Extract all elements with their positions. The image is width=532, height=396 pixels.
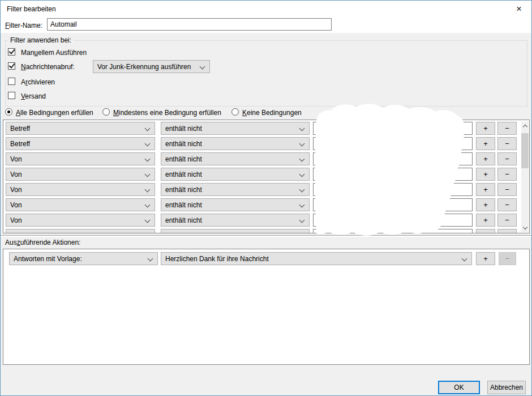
chevron-down-icon: [299, 218, 305, 223]
remove-condition-button[interactable]: −: [497, 168, 517, 181]
condition-attribute-select[interactable]: Von: [6, 198, 155, 211]
chevron-down-icon: [148, 256, 153, 262]
chevron-down-icon: [145, 187, 151, 193]
conditions-rows: Betreff enthält nicht + − Betreff enthäl…: [3, 121, 529, 233]
chevron-down-icon: [299, 187, 305, 193]
add-condition-button[interactable]: +: [476, 198, 495, 211]
remove-condition-button[interactable]: −: [497, 122, 517, 135]
condition-operator-select[interactable]: enthält nicht: [161, 137, 310, 150]
condition-operator-select[interactable]: enthält nicht: [161, 198, 310, 211]
condition-attribute-select[interactable]: Von: [6, 152, 155, 165]
condition-value-input[interactable]: [313, 214, 473, 227]
filter-condition-row: Von enthält nicht + −: [3, 214, 529, 229]
conditions-scrollbar[interactable]: [521, 122, 529, 232]
condition-operator-select[interactable]: [161, 229, 310, 233]
radio-match-any[interactable]: [102, 108, 110, 116]
condition-value-input[interactable]: [313, 183, 473, 196]
checkbox-archiving[interactable]: [8, 78, 15, 85]
chevron-down-icon: [299, 202, 305, 208]
scrollbar-thumb[interactable]: [521, 133, 529, 168]
condition-value-input[interactable]: [313, 198, 473, 211]
condition-attribute-select[interactable]: [6, 229, 155, 233]
chevron-down-icon: [200, 64, 205, 70]
checkbox-manual-run-label: Manuellem Ausführen: [21, 49, 87, 57]
filter-name-label: Filter-Name:: [5, 22, 42, 29]
radio-match-all[interactable]: [5, 108, 12, 116]
radio-match-any-label: Mindestens eine Bedingung erfüllen: [113, 109, 221, 117]
filter-condition-row: Von enthält nicht + −: [3, 152, 529, 168]
ok-button[interactable]: OK: [438, 381, 480, 394]
remove-condition-button[interactable]: −: [497, 229, 517, 233]
scroll-down-button[interactable]: [521, 224, 529, 232]
filter-condition-row: Von enthält nicht + −: [3, 198, 529, 214]
remove-condition-button[interactable]: −: [497, 214, 517, 227]
filter-action-row: Antworten mit Vorlage: Herzlichen Dank f…: [3, 252, 529, 267]
condition-value-input[interactable]: [313, 137, 473, 150]
remove-condition-button[interactable]: −: [497, 183, 517, 196]
remove-action-button: −: [499, 252, 516, 265]
conditions-list: Betreff enthält nicht + − Betreff enthäl…: [3, 120, 530, 233]
condition-operator-select[interactable]: enthält nicht: [161, 122, 310, 135]
condition-value-input[interactable]: [313, 229, 473, 233]
condition-operator-select[interactable]: enthält nicht: [161, 152, 310, 165]
add-condition-button[interactable]: +: [476, 152, 495, 165]
filter-condition-row: Betreff enthält nicht + −: [3, 122, 529, 137]
add-condition-button[interactable]: +: [476, 229, 495, 233]
condition-value-input[interactable]: [313, 122, 473, 135]
remove-condition-button[interactable]: −: [497, 152, 517, 165]
filter-condition-row: Betreff enthält nicht + −: [3, 137, 529, 152]
close-button[interactable]: ×: [507, 1, 531, 18]
chevron-down-icon: [145, 233, 151, 233]
chevron-down-icon: [299, 126, 305, 131]
add-condition-button[interactable]: +: [476, 214, 495, 227]
filter-name-input[interactable]: Automail: [47, 18, 332, 31]
condition-attribute-select[interactable]: Von: [6, 183, 155, 196]
dialog-title: Filter bearbeiten: [7, 5, 56, 13]
condition-operator-select[interactable]: enthält nicht: [161, 183, 310, 196]
chevron-up-icon: [522, 125, 527, 129]
filter-condition-row: + −: [3, 229, 529, 233]
filter-condition-row: Von enthält nicht + −: [3, 168, 529, 183]
actions-rows: Antworten mit Vorlage: Herzlichen Dank f…: [3, 249, 529, 364]
add-action-button[interactable]: +: [476, 252, 495, 265]
condition-operator-select[interactable]: enthält nicht: [161, 168, 310, 181]
remove-condition-button[interactable]: −: [497, 198, 517, 211]
chevron-down-icon: [522, 225, 527, 229]
apply-when-legend: Filter anwenden bei:: [8, 36, 74, 44]
chevron-down-icon: [462, 256, 467, 262]
condition-attribute-select[interactable]: Von: [6, 168, 155, 181]
chevron-down-icon: [299, 141, 305, 147]
condition-attribute-select[interactable]: Betreff: [6, 122, 155, 135]
add-condition-button[interactable]: +: [476, 168, 495, 181]
chevron-down-icon: [145, 218, 151, 223]
condition-operator-select[interactable]: enthält nicht: [161, 214, 310, 227]
action-value-select[interactable]: Herzlichen Dank für ihre Nachricht: [161, 252, 472, 265]
checkbox-archiving-label: Archivieren: [21, 78, 55, 86]
cancel-button[interactable]: Abbrechen: [487, 381, 526, 394]
remove-condition-button[interactable]: −: [497, 137, 517, 150]
chevron-down-icon: [145, 126, 151, 131]
chevron-down-icon: [145, 141, 151, 147]
checkbox-sending[interactable]: [8, 92, 15, 99]
condition-attribute-select[interactable]: Betreff: [6, 137, 155, 150]
scroll-up-button[interactable]: [521, 122, 529, 130]
radio-match-none[interactable]: [231, 108, 239, 116]
condition-value-input[interactable]: [313, 152, 473, 165]
add-condition-button[interactable]: +: [476, 183, 495, 196]
pane-splitter: [1, 235, 531, 237]
checkbox-getting-mail-label: Nachrichtenabruf:: [21, 63, 75, 71]
condition-attribute-select[interactable]: Von: [6, 214, 155, 227]
chevron-down-icon: [145, 156, 151, 162]
add-condition-button[interactable]: +: [476, 137, 495, 150]
action-type-select[interactable]: Antworten mit Vorlage:: [9, 252, 158, 265]
radio-match-none-label: Keine Bedingungen: [242, 109, 302, 117]
condition-value-input[interactable]: [313, 168, 473, 181]
junk-timing-select[interactable]: Vor Junk-Erkennung ausführen: [93, 60, 210, 73]
add-condition-button[interactable]: +: [476, 122, 495, 135]
radio-match-all-label: Alle Bedingungen erfüllen: [16, 109, 93, 117]
checkbox-getting-mail[interactable]: [8, 62, 15, 70]
chevron-down-icon: [145, 202, 151, 208]
checkbox-manual-run[interactable]: [8, 48, 15, 56]
actions-list: Antworten mit Vorlage: Herzlichen Dank f…: [3, 249, 530, 365]
actions-label: Auszuführende Aktionen:: [5, 239, 80, 246]
